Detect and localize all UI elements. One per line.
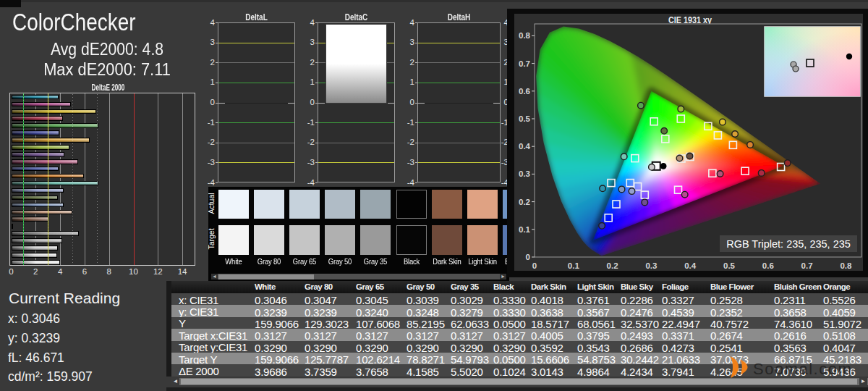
svg-text:0.7: 0.7 bbox=[801, 261, 813, 270]
svg-text:RGB Triplet: 235, 235, 235: RGB Triplet: 235, 235, 235 bbox=[726, 238, 851, 250]
svg-text:0.3: 0.3 bbox=[519, 169, 530, 178]
svg-text:0.6: 0.6 bbox=[762, 261, 774, 270]
svg-text:0.1: 0.1 bbox=[519, 225, 531, 234]
svg-text:0.3: 0.3 bbox=[645, 261, 657, 270]
svg-text:0: 0 bbox=[526, 253, 530, 261]
svg-text:0.7: 0.7 bbox=[519, 59, 530, 68]
svg-text:0.5: 0.5 bbox=[519, 114, 531, 123]
svg-text:0.8: 0.8 bbox=[840, 261, 852, 270]
svg-text:0.8: 0.8 bbox=[519, 31, 531, 40]
svg-text:0.4: 0.4 bbox=[684, 261, 697, 270]
svg-text:0: 0 bbox=[532, 261, 537, 270]
svg-text:CIE 1931 xy: CIE 1931 xy bbox=[668, 15, 712, 25]
svg-text:0.2: 0.2 bbox=[607, 261, 618, 270]
svg-text:0.4: 0.4 bbox=[519, 142, 531, 151]
svg-text:0.2: 0.2 bbox=[519, 198, 530, 206]
svg-text:0.6: 0.6 bbox=[519, 87, 530, 96]
svg-text:0.5: 0.5 bbox=[723, 261, 736, 270]
svg-text:0.1: 0.1 bbox=[568, 261, 580, 270]
